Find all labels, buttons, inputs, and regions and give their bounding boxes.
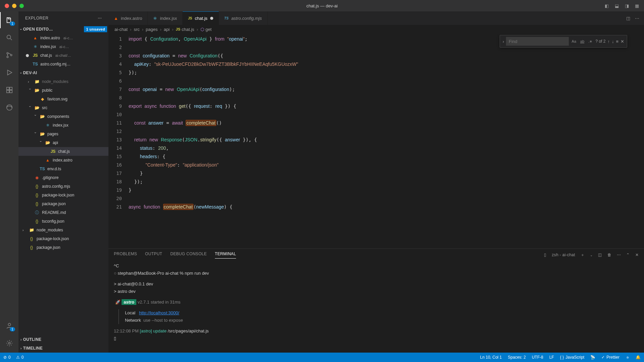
tree-item[interactable]: {}package-lock.json — [18, 234, 108, 243]
layout-grid-icon[interactable]: ▦ — [635, 3, 639, 8]
panel-tab[interactable]: OUTPUT — [145, 252, 162, 258]
find-close-icon[interactable]: ✕ — [620, 39, 624, 44]
editor-tab[interactable]: ▲index.astro — [108, 11, 148, 25]
status-encoding[interactable]: UTF-8 — [532, 355, 543, 360]
svg-point-3 — [10, 54, 12, 56]
window-zoom-button[interactable] — [19, 4, 24, 8]
terminal-new-icon[interactable]: ＋ — [581, 252, 585, 258]
project-section[interactable]: ›DEV-AI — [18, 69, 108, 77]
explorer-badge: 1 — [10, 21, 15, 26]
panel-close-icon[interactable]: ✕ — [635, 253, 639, 257]
open-editor-item[interactable]: ▲index.astroai-c… — [18, 34, 108, 42]
extensions-icon[interactable] — [5, 85, 14, 95]
find-count: ? of 2 — [595, 39, 605, 44]
split-editor-icon[interactable]: ◫ — [626, 16, 630, 21]
explorer-icon[interactable]: 1 — [5, 15, 14, 25]
run-debug-icon[interactable] — [5, 68, 14, 77]
open-editors-section[interactable]: ›OPEN EDITO… 1 unsaved — [18, 25, 108, 34]
regex-icon[interactable]: .∗ — [587, 38, 593, 45]
svg-rect-6 — [6, 90, 9, 93]
minimap[interactable] — [610, 34, 644, 248]
tree-item[interactable]: ›📂src — [18, 103, 108, 112]
panel-tab[interactable]: PROBLEMS — [114, 252, 137, 258]
terminal-label[interactable]: zsh - ai-chat — [552, 253, 575, 257]
explorer-sidebar: EXPLORER ⋯ ›OPEN EDITO… 1 unsaved ▲index… — [18, 11, 108, 353]
open-editor-item[interactable]: ⚛index.jsxai-c… — [18, 42, 108, 51]
status-bell-icon[interactable]: 🔔 — [636, 355, 641, 360]
account-icon[interactable]: 1 — [5, 321, 14, 330]
tree-item[interactable]: {}package.json — [18, 199, 108, 208]
terminal-more-icon[interactable]: ⋯ — [617, 253, 621, 257]
tree-item[interactable]: ⓘREADME.md — [18, 208, 108, 217]
search-icon[interactable] — [5, 33, 14, 42]
open-editor-item[interactable]: JSchat.jsai-chat/… — [18, 51, 108, 60]
tree-item[interactable]: {}package.json — [18, 243, 108, 252]
terminal-profile-icon[interactable]: ▯ — [544, 253, 546, 257]
line-gutter: 123456789101112131415161718192021 — [108, 34, 129, 248]
editor-tab[interactable]: TSastro.config.mjs — [219, 11, 268, 25]
tree-item[interactable]: ›📂components — [18, 112, 108, 121]
panel-tab[interactable]: DEBUG CONSOLE — [170, 252, 207, 258]
status-errors[interactable]: ⊘ 0 — [3, 355, 11, 360]
svg-point-0 — [7, 35, 10, 39]
status-warnings[interactable]: ⚠ 0 — [16, 355, 24, 360]
editor-tab[interactable]: ⚛index.jsx — [148, 11, 183, 25]
find-next-icon[interactable]: ↓ — [612, 39, 614, 44]
status-feedback-icon[interactable]: ⨳ — [626, 355, 630, 360]
find-selection-icon[interactable]: ≡ — [616, 39, 618, 44]
find-prev-icon[interactable]: ↑ — [607, 39, 610, 44]
tree-item[interactable]: ›📂public — [18, 86, 108, 95]
code-editor[interactable]: import { Configuration, OpenAIApi } from… — [129, 34, 610, 248]
panel-bottom-icon[interactable]: ⬓ — [615, 3, 619, 8]
tree-item[interactable]: ◆favicon.svg — [18, 95, 108, 103]
tree-item[interactable]: {}package-lock.json — [18, 191, 108, 199]
status-cursor[interactable]: Ln 10, Col 1 — [480, 355, 502, 360]
panel-tab[interactable]: TERMINAL — [215, 252, 236, 259]
match-word-icon[interactable]: ab — [579, 38, 585, 44]
panel-right-icon[interactable]: ◨ — [625, 3, 629, 8]
tree-item[interactable]: ⚛index.jsx — [18, 121, 108, 130]
tree-item[interactable]: ›📁node_modules — [18, 226, 108, 234]
match-case-icon[interactable]: Aa — [571, 38, 577, 44]
panel-left-icon[interactable]: ◧ — [605, 3, 609, 8]
terminal-dropdown-icon[interactable]: ⌄ — [590, 253, 593, 257]
window-close-button[interactable] — [5, 4, 9, 8]
terminal-split-icon[interactable]: ◫ — [598, 253, 602, 257]
panel-maximize-icon[interactable]: ⌃ — [626, 253, 630, 257]
tree-item[interactable]: {}astro.config.mjs — [18, 182, 108, 191]
svg-point-10 — [8, 342, 10, 344]
tree-item[interactable]: ›📁node_modules — [18, 77, 108, 86]
status-go-live[interactable]: 📡 — [590, 355, 595, 360]
tree-item[interactable]: TSenv.d.ts — [18, 165, 108, 173]
breadcrumb[interactable]: ai-chat›src›pages›api›JS chat.js›⬡ get — [108, 25, 644, 34]
activity-bar: 1 1 — [0, 11, 18, 353]
sidebar-more-icon[interactable]: ⋯ — [98, 16, 102, 20]
tree-item[interactable]: ›📂api — [18, 138, 108, 147]
status-prettier[interactable]: ✓ Prettier — [601, 355, 619, 360]
find-input[interactable] — [506, 37, 568, 46]
terminal-kill-icon[interactable]: 🗑 — [607, 253, 611, 257]
svg-rect-7 — [9, 90, 12, 93]
find-toggle-replace-icon[interactable]: › — [503, 39, 504, 44]
localhost-link[interactable]: http://localhost:3000/ — [139, 310, 179, 315]
tree-item[interactable]: ▲index.astro — [18, 156, 108, 165]
window-minimize-button[interactable] — [12, 4, 16, 8]
open-editor-item[interactable]: TSastro.config.mj… — [18, 60, 108, 69]
tree-item[interactable]: JSchat.js — [18, 147, 108, 156]
status-lang[interactable]: { } JavaScript — [560, 355, 584, 360]
tree-item[interactable]: {}tsconfig.json — [18, 217, 108, 226]
svg-point-8 — [6, 105, 12, 110]
outline-section[interactable]: ›OUTLINE — [18, 335, 108, 344]
editor-tab[interactable]: JSchat.js — [183, 11, 219, 25]
status-eol[interactable]: LF — [549, 355, 554, 360]
timeline-section[interactable]: ›TIMELINE — [18, 344, 108, 353]
svg-point-2 — [7, 56, 8, 58]
status-spaces[interactable]: Spaces: 2 — [508, 355, 526, 360]
edge-icon[interactable] — [5, 103, 14, 112]
tab-more-icon[interactable]: ⋯ — [635, 16, 639, 21]
tree-item[interactable]: ›📂pages — [18, 130, 108, 138]
settings-gear-icon[interactable] — [5, 338, 14, 348]
tree-item[interactable]: ◉.gitignore — [18, 173, 108, 182]
source-control-icon[interactable] — [5, 50, 14, 60]
terminal[interactable]: ^C ○ stephan@MacBook-Pro ai-chat % npm r… — [108, 261, 644, 353]
